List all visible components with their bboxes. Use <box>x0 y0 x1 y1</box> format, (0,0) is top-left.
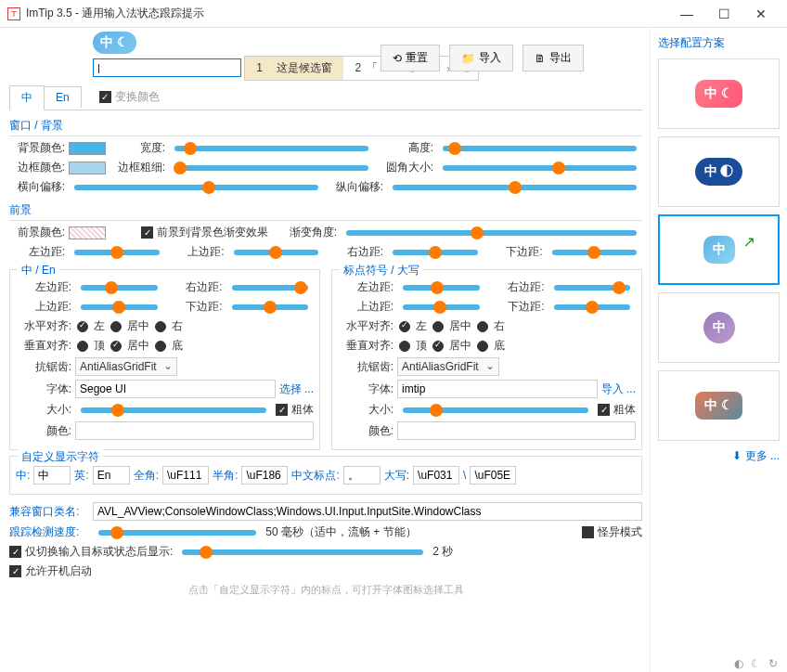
scheme-badge: 中 <box>703 236 735 264</box>
section-title: 前景 <box>9 202 642 221</box>
slider-corner[interactable] <box>443 165 637 171</box>
slider[interactable] <box>232 285 309 291</box>
slider[interactable] <box>554 304 631 310</box>
en-input[interactable] <box>93 466 130 485</box>
status-bar: ◐ ☾ ↻ <box>734 657 778 670</box>
slider[interactable] <box>554 285 631 291</box>
slider-border[interactable] <box>174 165 368 171</box>
export-button[interactable]: 🗎 导出 <box>523 45 584 71</box>
slider-height[interactable] <box>443 146 637 151</box>
scheme-badge: 中 ☾ <box>695 80 742 108</box>
more-link[interactable]: ⬇ 更多 ... <box>658 448 780 464</box>
slider[interactable] <box>403 304 480 310</box>
select-aa[interactable]: AntiAliasGridFit <box>397 357 499 376</box>
half-input[interactable] <box>241 466 288 485</box>
bg-color-swatch[interactable] <box>69 142 106 155</box>
radio-left[interactable] <box>399 321 410 332</box>
slider-size[interactable] <box>403 407 588 413</box>
radio-top[interactable] <box>77 341 88 352</box>
slider[interactable] <box>403 285 480 291</box>
preview-input[interactable] <box>93 58 241 77</box>
slider[interactable] <box>81 285 158 291</box>
gradient-checkbox[interactable]: ✓ <box>141 226 153 239</box>
slider-fg-top[interactable] <box>234 250 319 255</box>
candidate-1[interactable]: 1 这是候选窗 <box>245 57 343 80</box>
slider[interactable] <box>81 304 158 310</box>
autostart-checkbox[interactable]: ✓ <box>9 565 21 577</box>
weird-checkbox[interactable] <box>582 526 594 538</box>
scheme-4[interactable]: 中 ☾ <box>658 370 780 441</box>
color-input[interactable] <box>397 421 636 440</box>
slider-width[interactable] <box>174 146 368 151</box>
slider-size[interactable] <box>81 407 266 413</box>
color-input[interactable] <box>75 421 314 440</box>
checkbox-icon: ✓ <box>99 91 111 103</box>
bold-checkbox[interactable]: ✓ <box>598 404 610 416</box>
radio-center[interactable] <box>110 321 122 332</box>
fg-color-swatch[interactable] <box>69 226 106 239</box>
minimize-button[interactable]: — <box>668 0 705 28</box>
maximize-button[interactable]: ☐ <box>705 0 742 28</box>
radio-right[interactable] <box>155 321 166 332</box>
window-title: ImTip 3.5 - 通用输入法状态跟踪提示 <box>26 6 668 21</box>
border-color-swatch[interactable] <box>69 162 106 174</box>
top-buttons: ⟲ 重置 📁 导入 🗎 导出 <box>381 45 584 71</box>
scheme-0[interactable]: 中 ☾ <box>658 58 780 129</box>
custom-chars: 自定义显示字符 中: 英: 全角: 半角: 中文标点: 大写: \ <box>9 456 642 495</box>
caps-input[interactable] <box>413 466 459 485</box>
caps2-input[interactable] <box>470 466 516 485</box>
right-panel: 选择配置方案 中 ☾中 ◐中↖中中 ☾ ⬇ 更多 ... <box>650 28 787 672</box>
slider-fg-right[interactable] <box>393 250 478 255</box>
tab-cn[interactable]: 中 <box>9 85 45 110</box>
radio-bottom[interactable] <box>155 341 166 352</box>
reset-button[interactable]: ⟲ 重置 <box>381 45 440 71</box>
scheme-3[interactable]: 中 <box>658 292 780 363</box>
right-title: 选择配置方案 <box>658 35 780 51</box>
scheme-1[interactable]: 中 ◐ <box>658 136 780 207</box>
app-icon: T <box>7 7 20 20</box>
radio-vcenter[interactable] <box>432 341 444 352</box>
slider[interactable] <box>232 304 309 310</box>
titlebar: T ImTip 3.5 - 通用输入法状态跟踪提示 — ☐ ✕ <box>0 0 787 28</box>
cn-input[interactable] <box>33 466 71 485</box>
radio-right[interactable] <box>477 321 488 332</box>
slider-switch[interactable] <box>182 549 423 555</box>
radio-top[interactable] <box>399 341 410 352</box>
slider-gradient-angle[interactable] <box>346 230 637 236</box>
scheme-2[interactable]: 中↖ <box>658 214 780 285</box>
status-icon: ↻ <box>768 657 778 670</box>
font-input[interactable] <box>397 380 598 398</box>
import-font-link[interactable]: 导入 ... <box>601 381 636 397</box>
bold-checkbox[interactable]: ✓ <box>276 404 288 416</box>
compat-label: 兼容窗口类名: <box>9 504 89 520</box>
radio-center[interactable] <box>432 321 444 332</box>
slider-hoffset[interactable] <box>74 185 318 190</box>
status-icon: ☾ <box>751 657 761 670</box>
scheme-badge: 中 <box>703 312 735 343</box>
left-panel: 中 ☾ 1 这是候选窗 2「 3 」 ‹ › ☺ ⟲ 重置 📁 导入 🗎 导出 … <box>0 28 650 672</box>
import-button[interactable]: 📁 导入 <box>449 45 513 71</box>
radio-vcenter[interactable] <box>110 341 122 352</box>
full-input[interactable] <box>162 466 209 485</box>
tabs: 中 En ✓ 变换颜色 <box>9 84 642 110</box>
cnpunct-input[interactable] <box>343 466 381 485</box>
section-fg: 前景 前景颜色: ✓ 前景到背景色渐变效果 渐变角度: 左边距: 上边距: 右边… <box>9 202 642 260</box>
section-title: 窗口 / 背景 <box>9 118 642 136</box>
switch-checkbox[interactable]: ✓ <box>9 546 21 558</box>
select-aa[interactable]: AntiAliasGridFit <box>75 357 177 376</box>
compat-input[interactable] <box>93 502 642 521</box>
color-change-checkbox[interactable]: ✓ 变换颜色 <box>99 89 160 105</box>
slider-tracking[interactable] <box>98 530 256 536</box>
footer-note: 点击「自定义显示字符」内的标点，可打开字体图标选择工具 <box>9 583 642 597</box>
radio-bottom[interactable] <box>477 341 488 352</box>
font-input[interactable] <box>75 380 276 398</box>
tab-en[interactable]: En <box>44 86 82 108</box>
slider-fg-bottom[interactable] <box>552 250 638 255</box>
radio-left[interactable] <box>77 321 88 332</box>
scheme-badge: 中 ☾ <box>695 392 742 420</box>
select-font-link[interactable]: 选择 ... <box>279 381 314 397</box>
section-window: 窗口 / 背景 背景颜色: 宽度: 高度: 边框颜色: 边框粗细: 圆角大小: … <box>9 118 642 195</box>
close-button[interactable]: ✕ <box>742 0 780 28</box>
slider-voffset[interactable] <box>393 185 637 190</box>
slider-fg-left[interactable] <box>74 250 160 255</box>
